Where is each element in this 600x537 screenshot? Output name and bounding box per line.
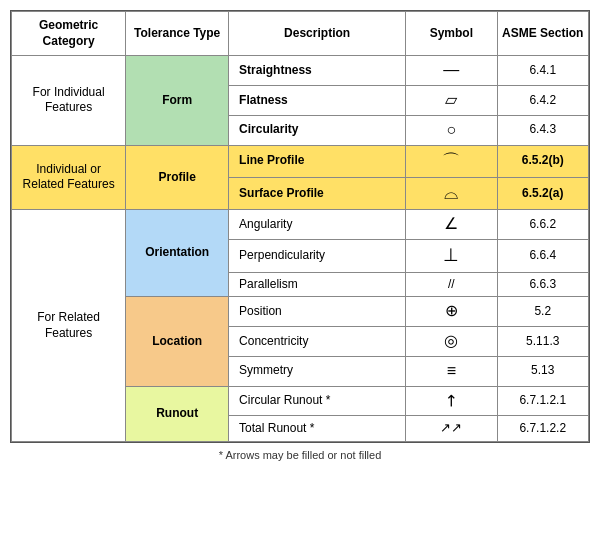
symbol-cell: ⊥ <box>406 240 497 272</box>
tolerance-table: Geometric Category Tolerance Type Descri… <box>11 11 589 442</box>
desc-cell: Circularity <box>229 115 406 145</box>
desc-cell: Total Runout * <box>229 416 406 442</box>
tolerance-table-wrapper: Geometric Category Tolerance Type Descri… <box>10 10 590 443</box>
geo-category-related: For Related Features <box>12 210 126 442</box>
asme-section-cell: 6.6.2 <box>497 210 588 240</box>
desc-cell: Angularity <box>229 210 406 240</box>
desc-cell: Line Profile <box>229 145 406 177</box>
asme-section-cell: 5.2 <box>497 297 588 327</box>
symbol-cell: ⌓ <box>406 177 497 209</box>
table-row: For Related FeaturesOrientationAngularit… <box>12 210 589 240</box>
desc-cell: Position <box>229 297 406 327</box>
symbol-cell: ↗ <box>406 386 497 416</box>
desc-cell: Perpendicularity <box>229 240 406 272</box>
header-tol-type: Tolerance Type <box>126 12 229 56</box>
asme-section-cell: 6.5.2(b) <box>497 145 588 177</box>
header-asme-section: ASME Section <box>497 12 588 56</box>
symbol-cell: ⊕ <box>406 297 497 327</box>
desc-cell: Flatness <box>229 85 406 115</box>
geo-category-individual: For Individual Features <box>12 56 126 145</box>
table-row: Individual or Related FeaturesProfileLin… <box>12 145 589 177</box>
symbol-cell: // <box>406 272 497 297</box>
tol-type-profile: Profile <box>126 145 229 210</box>
tol-type-form: Form <box>126 56 229 145</box>
desc-cell: Parallelism <box>229 272 406 297</box>
asme-section-cell: 6.7.1.2.1 <box>497 386 588 416</box>
symbol-cell: ≡ <box>406 356 497 386</box>
header-description: Description <box>229 12 406 56</box>
desc-cell: Concentricity <box>229 326 406 356</box>
asme-section-cell: 6.7.1.2.2 <box>497 416 588 442</box>
symbol-cell: ▱ <box>406 85 497 115</box>
desc-cell: Symmetry <box>229 356 406 386</box>
asme-section-cell: 6.4.1 <box>497 56 588 86</box>
symbol-cell: ⌒ <box>406 145 497 177</box>
geo-category-individual-related: Individual or Related Features <box>12 145 126 210</box>
asme-section-cell: 6.6.3 <box>497 272 588 297</box>
tol-type-orientation: Orientation <box>126 210 229 297</box>
asme-section-cell: 5.11.3 <box>497 326 588 356</box>
asme-section-cell: 6.5.2(a) <box>497 177 588 209</box>
symbol-cell: — <box>406 56 497 86</box>
asme-section-cell: 6.4.3 <box>497 115 588 145</box>
tol-type-location: Location <box>126 297 229 386</box>
header-geo-category: Geometric Category <box>12 12 126 56</box>
symbol-cell: ○ <box>406 115 497 145</box>
desc-cell: Straightness <box>229 56 406 86</box>
footer-note: * Arrows may be filled or not filled <box>219 449 382 461</box>
tol-type-runout: Runout <box>126 386 229 442</box>
symbol-cell: ◎ <box>406 326 497 356</box>
table-header-row: Geometric Category Tolerance Type Descri… <box>12 12 589 56</box>
desc-cell: Surface Profile <box>229 177 406 209</box>
symbol-cell: ∠ <box>406 210 497 240</box>
table-row: For Individual FeaturesFormStraightness—… <box>12 56 589 86</box>
symbol-cell: ↗↗ <box>406 416 497 442</box>
asme-section-cell: 5.13 <box>497 356 588 386</box>
header-symbol: Symbol <box>406 12 497 56</box>
asme-section-cell: 6.6.4 <box>497 240 588 272</box>
desc-cell: Circular Runout * <box>229 386 406 416</box>
asme-section-cell: 6.4.2 <box>497 85 588 115</box>
